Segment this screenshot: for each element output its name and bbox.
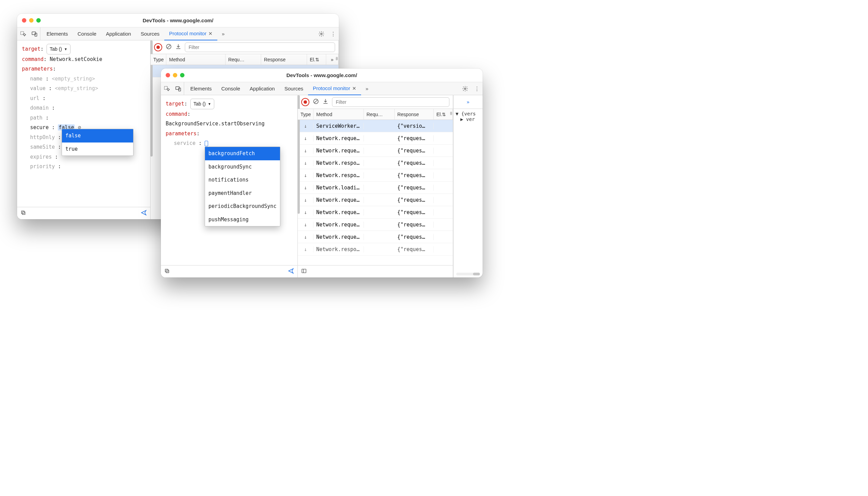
row-type-icon: ↓ bbox=[298, 160, 314, 166]
close-tab-icon[interactable]: ✕ bbox=[352, 86, 356, 91]
log-row[interactable]: ↓Network.respo…{"reques… bbox=[298, 243, 453, 256]
tab-elements[interactable]: Elements bbox=[42, 27, 73, 40]
toggle-panel-icon[interactable] bbox=[301, 268, 307, 275]
close-window-icon[interactable] bbox=[166, 73, 170, 77]
inspect-icon[interactable] bbox=[17, 27, 29, 40]
record-icon[interactable] bbox=[154, 43, 162, 51]
device-toggle-icon[interactable] bbox=[29, 27, 40, 40]
log-row[interactable]: ↓Network.reque…{"reques… bbox=[298, 231, 453, 243]
filter-input[interactable]: Filter bbox=[185, 42, 335, 52]
kebab-menu-icon[interactable]: ⋮ bbox=[471, 82, 483, 95]
tab-application[interactable]: Application bbox=[245, 82, 280, 95]
minimize-window-icon[interactable] bbox=[29, 18, 34, 23]
clear-icon[interactable] bbox=[166, 44, 172, 51]
traffic-lights[interactable] bbox=[22, 18, 41, 23]
copy-icon[interactable] bbox=[164, 268, 170, 275]
record-icon[interactable] bbox=[301, 98, 309, 106]
param-row[interactable]: value : <empty_string> bbox=[22, 84, 145, 94]
response-tree-pane[interactable]: » ▼ {vers ▶ ver bbox=[453, 95, 483, 277]
param-row[interactable]: url : bbox=[22, 94, 145, 103]
log-row[interactable]: ↓Network.reque…{"reques… bbox=[298, 206, 453, 219]
param-row[interactable]: priority : bbox=[22, 162, 145, 172]
parameters-label: parameters bbox=[166, 131, 196, 137]
titlebar[interactable]: DevTools - www.google.com/ bbox=[17, 14, 339, 27]
tab-console[interactable]: Console bbox=[73, 27, 101, 40]
tab-protocol-monitor[interactable]: Protocol monitor ✕ bbox=[308, 82, 361, 95]
log-row[interactable]: ↓Network.respo…{"reques… bbox=[298, 169, 453, 182]
autocomplete-popup[interactable]: backgroundFetchbackgroundSyncnotificatio… bbox=[205, 147, 280, 226]
autocomplete-item[interactable]: pushMessaging bbox=[205, 213, 280, 226]
devtools-window-b: DevTools - www.google.com/ Elements Cons… bbox=[161, 69, 483, 277]
log-row[interactable]: ↓ServiceWorker…{"versio… bbox=[298, 120, 453, 132]
param-row[interactable]: domain : bbox=[22, 103, 145, 113]
tab-protocol-monitor[interactable]: Protocol monitor ✕ bbox=[164, 27, 217, 40]
col-response[interactable]: Response bbox=[395, 109, 434, 120]
autocomplete-item[interactable]: true bbox=[62, 142, 133, 156]
close-tab-icon[interactable]: ✕ bbox=[208, 31, 213, 36]
tab-sources[interactable]: Sources bbox=[280, 82, 308, 95]
kebab-menu-icon[interactable]: ⋮ bbox=[327, 27, 339, 40]
param-row[interactable]: path : bbox=[22, 113, 145, 123]
filter-input[interactable]: Filter bbox=[332, 97, 449, 107]
col-type[interactable]: Type bbox=[151, 54, 166, 65]
device-toggle-icon[interactable] bbox=[173, 82, 184, 95]
target-select[interactable]: Tab () ▼ bbox=[190, 99, 214, 109]
send-icon[interactable] bbox=[141, 210, 147, 217]
col-request[interactable]: Requ… bbox=[226, 54, 261, 65]
log-row[interactable]: ↓Network.reque…{"reques… bbox=[298, 219, 453, 231]
col-request[interactable]: Requ… bbox=[364, 109, 395, 120]
log-row[interactable]: ↓Network.loadi…{"reques… bbox=[298, 182, 453, 194]
clear-icon[interactable] bbox=[313, 98, 319, 106]
titlebar[interactable]: DevTools - www.google.com/ bbox=[161, 69, 483, 82]
download-icon[interactable] bbox=[322, 98, 329, 106]
row-method: Network.loadi… bbox=[314, 185, 364, 191]
h-scrollbar[interactable] bbox=[456, 273, 480, 275]
param-value[interactable]: <empty_string> bbox=[55, 85, 98, 91]
send-icon[interactable] bbox=[288, 268, 294, 275]
tabs-overflow-icon[interactable]: » bbox=[361, 82, 373, 95]
autocomplete-item[interactable]: false bbox=[62, 129, 133, 142]
param-key: priority bbox=[30, 163, 55, 170]
autocomplete-popup[interactable]: falsetrue bbox=[62, 129, 133, 156]
command-value[interactable]: Network.setCookie bbox=[50, 56, 102, 62]
tab-elements[interactable]: Elements bbox=[186, 82, 217, 95]
tab-console[interactable]: Console bbox=[217, 82, 245, 95]
minimize-window-icon[interactable] bbox=[173, 73, 177, 77]
copy-icon[interactable] bbox=[21, 210, 26, 217]
col-type[interactable]: Type bbox=[298, 109, 314, 120]
traffic-lights[interactable] bbox=[166, 73, 184, 77]
close-window-icon[interactable] bbox=[22, 18, 26, 23]
tree-overflow-icon[interactable]: » bbox=[454, 95, 483, 109]
settings-gear-icon[interactable] bbox=[316, 27, 327, 40]
autocomplete-item[interactable]: backgroundFetch bbox=[205, 147, 280, 160]
download-icon[interactable] bbox=[175, 44, 181, 51]
inspect-icon[interactable] bbox=[161, 82, 173, 95]
col-response[interactable]: Response bbox=[261, 54, 307, 65]
autocomplete-item[interactable]: periodicBackgroundSync bbox=[205, 200, 280, 213]
tree-root[interactable]: ▼ {vers bbox=[456, 111, 481, 116]
param-row[interactable]: name : <empty_string> bbox=[22, 74, 145, 84]
command-value[interactable]: BackgroundService.startObserving bbox=[166, 119, 293, 129]
row-type-icon: ↓ bbox=[298, 197, 314, 203]
log-row[interactable]: ↓Network.respo…{"reques… bbox=[298, 157, 453, 169]
tab-sources[interactable]: Sources bbox=[136, 27, 164, 40]
autocomplete-item[interactable]: paymentHandler bbox=[205, 187, 280, 200]
settings-gear-icon[interactable] bbox=[459, 82, 471, 95]
col-method[interactable]: Method bbox=[166, 54, 226, 65]
tabs-overflow-icon[interactable]: » bbox=[217, 27, 229, 40]
tree-child[interactable]: ▶ ver bbox=[456, 116, 481, 122]
zoom-window-icon[interactable] bbox=[180, 73, 184, 77]
log-row[interactable]: ↓Network.reque…{"reques… bbox=[298, 194, 453, 206]
autocomplete-item[interactable]: backgroundSync bbox=[205, 160, 280, 174]
target-select[interactable]: Tab () ▼ bbox=[47, 44, 71, 54]
log-row[interactable]: ↓Network.reque…{"reques… bbox=[298, 145, 453, 157]
row-method: Network.reque… bbox=[314, 234, 364, 240]
param-value[interactable]: <empty_string> bbox=[52, 76, 95, 82]
zoom-window-icon[interactable] bbox=[36, 18, 41, 23]
col-elapsed[interactable]: El.⇅ bbox=[307, 54, 326, 65]
param-value-cursor[interactable] bbox=[205, 141, 208, 146]
log-row[interactable]: ↓Network.reque…{"reques… bbox=[298, 132, 453, 145]
col-method[interactable]: Method bbox=[314, 109, 364, 120]
autocomplete-item[interactable]: notifications bbox=[205, 173, 280, 187]
tab-application[interactable]: Application bbox=[101, 27, 136, 40]
